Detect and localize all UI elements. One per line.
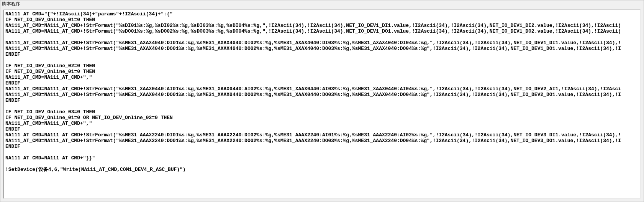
editor-wrap: NA111_AT_CMD="{"+!I2Ascii(34)+"params"+!… bbox=[0, 8, 644, 202]
panel-title: 脚本程序 bbox=[0, 0, 644, 8]
script-panel: 脚本程序 NA111_AT_CMD="{"+!I2Ascii(34)+"para… bbox=[0, 0, 644, 202]
code-editor[interactable]: NA111_AT_CMD="{"+!I2Ascii(34)+"params"+!… bbox=[3, 10, 641, 199]
code-content[interactable]: NA111_AT_CMD="{"+!I2Ascii(34)+"params"+!… bbox=[4, 10, 640, 174]
